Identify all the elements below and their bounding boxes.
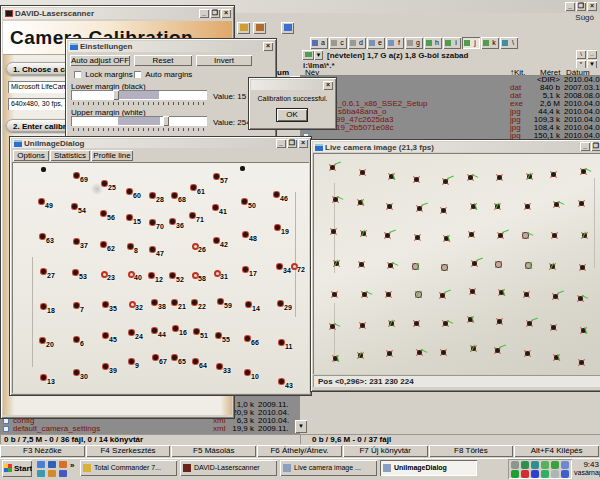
close-icon[interactable]: × xyxy=(221,9,231,18)
slider-ruler xyxy=(73,102,206,105)
drive-button-e[interactable]: e xyxy=(367,37,385,49)
slider-thumb[interactable] xyxy=(163,116,169,126)
camera-dot xyxy=(523,349,532,358)
tray-icon[interactable] xyxy=(561,470,569,478)
tray-icon[interactable] xyxy=(531,461,539,469)
camera-dot xyxy=(468,287,477,296)
close-icon[interactable]: × xyxy=(587,2,597,11)
profile-line-button[interactable]: Profile line xyxy=(91,150,133,161)
drive-button-g[interactable]: g xyxy=(405,37,423,49)
parent-dir-button[interactable]: .. xyxy=(587,50,597,59)
lock-margins-checkbox[interactable]: Lock margins xyxy=(74,70,133,79)
tray-icon[interactable] xyxy=(541,470,549,478)
upper-margin-slider[interactable] xyxy=(71,116,207,126)
drive-button-i[interactable]: i xyxy=(443,37,461,49)
tray-icon[interactable] xyxy=(541,461,549,469)
tray-icon[interactable] xyxy=(531,470,539,478)
lower-margin-slider[interactable] xyxy=(71,90,207,100)
minimize-icon[interactable]: _ xyxy=(199,9,209,18)
tray-icon[interactable] xyxy=(551,470,559,478)
uniimage-titlebar[interactable]: UniImageDialog xyxy=(12,139,309,148)
quick-launch-icon[interactable] xyxy=(59,461,67,468)
auto-margins-checkbox[interactable]: Auto margins xyxy=(134,70,192,79)
tray-icon[interactable] xyxy=(561,461,569,469)
quicklaunch-more-icon[interactable]: » xyxy=(70,461,74,470)
task-button[interactable]: Live camera image ... xyxy=(280,460,377,476)
tray-icon[interactable] xyxy=(511,461,519,469)
task-button[interactable]: DAVID-Laserscanner xyxy=(180,460,277,476)
tc-drive-combo[interactable]: ▼ xyxy=(302,50,322,60)
drive-button-k[interactable]: k xyxy=(481,37,499,49)
fkey-button-5[interactable]: F5 Másolás xyxy=(171,445,256,457)
minimize-icon[interactable]: _ xyxy=(565,2,575,11)
drive-button-c[interactable]: c xyxy=(329,37,347,49)
fkey-button-3[interactable]: F3 Nézőke xyxy=(0,445,85,457)
start-button[interactable]: Start xyxy=(2,460,32,477)
calibration-dialog-titlebar[interactable] xyxy=(251,80,334,90)
maximize-icon[interactable]: ❐ xyxy=(210,9,220,18)
maximize-icon[interactable]: ❐ xyxy=(287,139,297,148)
checkbox-icon[interactable] xyxy=(134,71,141,78)
quick-launch-icon[interactable] xyxy=(48,470,56,477)
minimize-icon[interactable]: _ xyxy=(276,139,286,148)
calibration-pattern-image[interactable]: 6925602868615746495441505615703671196337… xyxy=(12,162,309,393)
drive-button-h[interactable]: h xyxy=(424,37,442,49)
maximize-icon[interactable]: ❐ xyxy=(591,142,600,151)
tc-help-menu[interactable]: Súgó xyxy=(575,13,594,22)
camera-dot xyxy=(357,260,366,269)
drive-button-a[interactable]: a xyxy=(310,37,328,49)
tray-icon[interactable] xyxy=(551,461,559,469)
maximize-icon[interactable]: ❐ xyxy=(576,2,586,11)
tray-icon[interactable] xyxy=(521,461,529,469)
clock[interactable]: 9:43 vasárnap xyxy=(574,460,599,478)
calibration-dot-8 xyxy=(128,244,133,249)
window-icon xyxy=(315,144,323,151)
auto-adjust-button[interactable]: Auto adjust OFF xyxy=(70,55,130,66)
tray-icon[interactable] xyxy=(511,470,519,478)
task-button[interactable]: UniImageDialog xyxy=(380,460,477,476)
checkbox-icon[interactable] xyxy=(74,71,81,78)
green-tick-marker xyxy=(336,355,339,362)
live-camera-image[interactable] xyxy=(313,153,600,374)
drive-button-j[interactable]: j xyxy=(462,37,480,49)
fkey-button-8[interactable]: F8 Törlés xyxy=(429,445,514,457)
fkey-button-7[interactable]: F7 Új könyvtár xyxy=(343,445,428,457)
fkey-button-4[interactable]: F4 Szerkesztés xyxy=(86,445,171,457)
toolbar-icon[interactable] xyxy=(253,22,266,34)
calibration-dot-label: 8 xyxy=(134,247,138,254)
close-icon[interactable]: × xyxy=(263,42,273,51)
einstellungen-titlebar[interactable]: Einstellungen xyxy=(68,41,274,52)
david-titlebar[interactable]: DAVID-Laserscanner xyxy=(3,8,232,19)
invert-button[interactable]: Invert xyxy=(196,55,252,66)
calibration-dot-label: 44 xyxy=(158,331,166,338)
dropdown-icon[interactable]: ▼ xyxy=(314,50,323,60)
statistics-button[interactable]: Statistics xyxy=(50,150,90,161)
minimize-icon[interactable]: _ xyxy=(580,142,590,151)
calibration-dot-22 xyxy=(192,300,197,305)
file-row[interactable]: default_camera_settingsxml19,9 k2009.11. xyxy=(0,425,300,433)
toolbar-icon[interactable] xyxy=(237,22,250,34)
quick-launch-icon[interactable] xyxy=(59,470,67,477)
close-icon[interactable]: × xyxy=(323,81,333,90)
root-dir-button[interactable]: \ xyxy=(576,50,586,59)
scroll-down-button[interactable]: ▼ xyxy=(295,420,307,433)
quick-launch-icon[interactable] xyxy=(48,461,56,468)
drive-button-d[interactable]: d xyxy=(348,37,366,49)
reset-button[interactable]: Reset xyxy=(134,55,192,66)
ok-button[interactable]: OK xyxy=(277,109,307,121)
task-button[interactable]: Total Commander 7... xyxy=(80,460,177,476)
fkey-button-9[interactable]: Alt+F4 Kilépés xyxy=(514,445,599,457)
camera-dot xyxy=(466,173,475,182)
options-button[interactable]: Options xyxy=(13,150,49,161)
camera-dot xyxy=(549,170,558,179)
toolbar-icon[interactable] xyxy=(281,22,294,34)
drive-button-\[interactable]: \ xyxy=(500,37,518,49)
quick-launch-icon[interactable] xyxy=(37,461,45,468)
drive-button-f[interactable]: f xyxy=(386,37,404,49)
slider-thumb[interactable] xyxy=(113,90,119,100)
tray-icon[interactable] xyxy=(521,470,529,478)
fkey-button-6[interactable]: F6 Áthely/Átnev. xyxy=(257,445,342,457)
livecam-titlebar[interactable]: Live camera image (21,3 fps) xyxy=(313,142,600,152)
close-icon[interactable]: × xyxy=(298,139,308,148)
quick-launch-icon[interactable] xyxy=(37,470,45,477)
